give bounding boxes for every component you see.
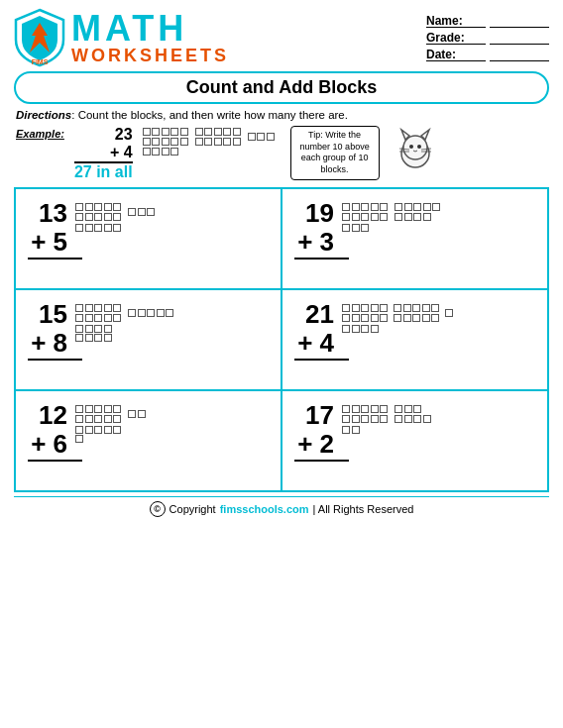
- problem-math-1: 13 + 5: [28, 199, 67, 256]
- date-label: Date:: [426, 48, 486, 61]
- prob-add-5: + 6: [31, 430, 67, 459]
- block-group: [143, 128, 188, 146]
- prob-add-4: + 4: [297, 329, 334, 358]
- footer-rights: | All Rights Reserved: [313, 503, 414, 515]
- answer-line-1: [28, 258, 82, 260]
- problem-cell-4: 21 + 4: [282, 290, 549, 391]
- problem-inner-4: 21 + 4: [294, 300, 453, 357]
- prob-num-4: 21: [305, 300, 334, 329]
- example-blocks: [143, 126, 275, 156]
- problem-math-4: 21 + 4: [294, 300, 334, 357]
- tip-text: Tip: Write the number 10 above each grou…: [300, 130, 370, 174]
- prob-add-6: + 2: [297, 430, 334, 459]
- header: FIMS MATH WORKSHEETS Name: Grade: Date:: [14, 8, 549, 67]
- copyright-icon: ©: [150, 501, 166, 517]
- answer-line-5: [28, 460, 82, 462]
- grade-label: Grade:: [426, 31, 486, 45]
- footer-link[interactable]: fimsschools.com: [220, 503, 309, 515]
- example-num: 23: [115, 126, 133, 144]
- block-group: [143, 148, 188, 156]
- footer-copyright: © Copyright fimsschools.com | All Rights…: [14, 501, 549, 517]
- problem-inner-6: 17 + 2: [294, 401, 440, 458]
- problem-cell-3: 15 + 8: [16, 290, 282, 391]
- prob-add-3: + 8: [31, 329, 67, 358]
- logo-area: FIMS MATH WORKSHEETS: [14, 8, 229, 67]
- prob-add-2: + 3: [297, 228, 334, 257]
- footer-copyright-text: Copyright: [169, 503, 216, 515]
- footer: © Copyright fimsschools.com | All Rights…: [14, 496, 549, 517]
- problem-cell-2: 19 + 3: [282, 189, 549, 290]
- prob-blocks-4: [342, 300, 453, 333]
- problem-math-6: 17 + 2: [294, 401, 334, 458]
- grade-blank: [490, 31, 549, 45]
- name-field: Name:: [426, 14, 549, 28]
- problem-inner-2: 19 + 3: [294, 199, 440, 256]
- logo-icon: FIMS: [14, 8, 65, 67]
- answer-line-4: [294, 359, 349, 361]
- prob-num-2: 19: [305, 199, 334, 228]
- problem-cell-6: 17 + 2: [282, 391, 549, 492]
- problem-math-5: 12 + 6: [28, 401, 67, 458]
- title-box: Count and Add Blocks: [14, 71, 549, 104]
- answer-line-6: [294, 460, 349, 462]
- grade-field: Grade:: [426, 31, 549, 45]
- problem-math-3: 15 + 8: [28, 300, 67, 357]
- block-row-2: [143, 148, 275, 156]
- block-group: [248, 133, 275, 141]
- svg-text:FIMS: FIMS: [32, 58, 49, 65]
- name-grade-date: Name: Grade: Date:: [426, 14, 549, 61]
- tip-box: Tip: Write the number 10 above each grou…: [290, 126, 380, 180]
- problem-inner-5: 12 + 6: [28, 401, 146, 458]
- block-group: [195, 128, 241, 146]
- worksheets-label: WORKSHEETS: [71, 47, 229, 64]
- svg-point-6: [417, 145, 421, 149]
- example-row: Example: 23 + 4 27 in all: [14, 126, 549, 181]
- directions-bold: Directions: [16, 109, 71, 121]
- problem-cell-5: 12 + 6: [16, 391, 282, 492]
- example-addend: + 4: [110, 144, 133, 161]
- answer-line-2: [294, 258, 349, 260]
- prob-blocks-1: [75, 199, 155, 232]
- prob-num-5: 12: [39, 401, 67, 430]
- problems-grid: 13 + 5: [14, 187, 549, 492]
- block-row-1: [143, 128, 275, 146]
- svg-point-2: [403, 136, 427, 159]
- prob-blocks-3: [75, 300, 173, 342]
- prob-num-1: 13: [39, 199, 67, 228]
- date-field: Date:: [426, 48, 549, 61]
- prob-blocks-5: [75, 401, 146, 443]
- prob-add-1: + 5: [31, 228, 67, 257]
- problem-cell-1: 13 + 5: [16, 189, 282, 290]
- svg-point-5: [409, 145, 413, 149]
- prob-num-3: 15: [39, 300, 67, 329]
- problem-math-2: 19 + 3: [294, 199, 334, 256]
- prob-blocks-2: [342, 199, 440, 232]
- example-math: 23 + 4 27 in all: [74, 126, 133, 181]
- math-title: MATH WORKSHEETS: [71, 11, 229, 64]
- example-result: 27 in all: [74, 161, 133, 181]
- example-label: Example:: [16, 126, 64, 140]
- math-label: MATH: [71, 11, 187, 47]
- date-blank: [490, 48, 549, 61]
- problem-inner-3: 15 + 8: [28, 300, 173, 357]
- page: FIMS MATH WORKSHEETS Name: Grade: Date:: [0, 0, 563, 728]
- name-blank: [490, 14, 549, 28]
- name-label: Name:: [426, 14, 486, 28]
- page-title: Count and Add Blocks: [186, 77, 377, 97]
- cat-icon: [392, 126, 439, 175]
- prob-num-6: 17: [305, 401, 334, 430]
- problem-inner-1: 13 + 5: [28, 199, 155, 256]
- directions: Directions: Count the blocks, and then w…: [14, 109, 549, 121]
- directions-text: : Count the blocks, and then write how m…: [71, 109, 348, 121]
- prob-blocks-6: [342, 401, 440, 434]
- answer-line-3: [28, 359, 82, 361]
